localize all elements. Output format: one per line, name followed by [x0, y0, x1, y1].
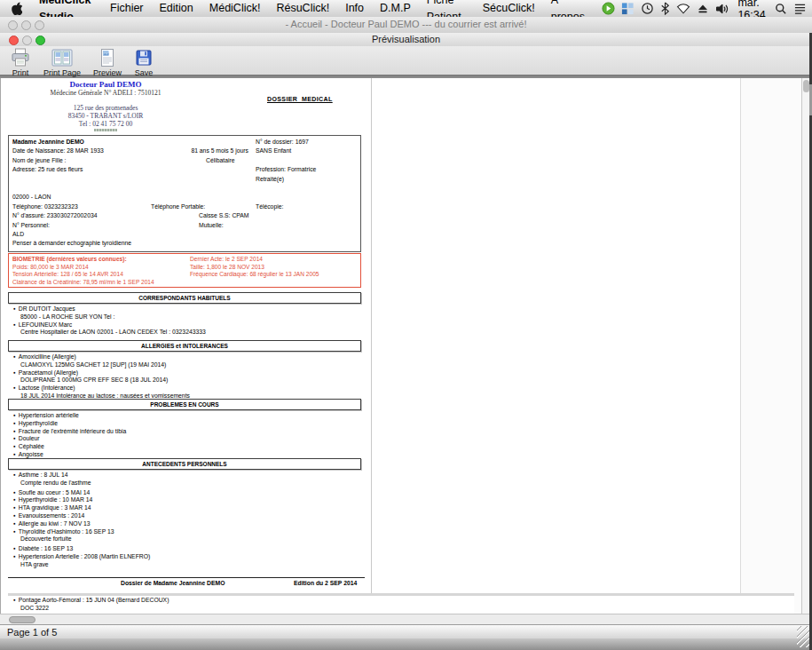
list-item: Hyperthyroïdie — [8, 420, 361, 428]
status-bar: Page 1 of 5 — [0, 624, 812, 638]
section-header: ANTECEDENTS PERSONNELS — [8, 458, 361, 470]
patient-fax-label: Télécopie: — [256, 202, 283, 211]
list-item: HTA gravidique : 3 MAR 14 — [8, 504, 361, 512]
time-machine-icon[interactable] — [641, 2, 654, 15]
list-item: Lactose (Intolérance) — [8, 384, 361, 392]
patient-caisse: Caisse S.S: CPAM — [199, 211, 249, 220]
menu-item-fichier[interactable]: Fichier — [102, 0, 152, 17]
list-subline: Centre Hospitalier de LAON 02001 - LAON … — [8, 329, 361, 337]
print-page-button-label: Print Page — [43, 68, 81, 77]
practitioner-address-2: 83450 - TRABANT s/LOIR — [17, 112, 194, 120]
menu-item-info[interactable]: Info — [337, 0, 372, 17]
menu-item-mediclick[interactable]: MédiClick! — [201, 0, 269, 17]
menu-item-edition[interactable]: Edition — [152, 0, 201, 17]
list-item: Hypertension artérielle — [8, 412, 361, 420]
list-subline: DOLIPRANE 1 000MG CPR EFF SEC 8 (18 JUL … — [8, 377, 361, 384]
footer-edition-date: Edition du 2 SEP 2014 — [294, 580, 357, 586]
horizontal-scrollbar[interactable] — [0, 614, 812, 624]
list-item: DR DUTOIT Jacques — [8, 305, 361, 313]
patient-profession: Profession: Formatrice — [256, 165, 316, 174]
horizontal-scrollbar-thumb[interactable] — [9, 616, 35, 623]
list-item: Pontage Aorto-Fémoral : 15 JUN 04 (Berna… — [8, 597, 370, 605]
menu-item-secuclick[interactable]: SécuClick! — [475, 0, 543, 17]
window-bottom-frame — [0, 638, 812, 650]
biometrie-last-act: Dernier Acte: le 2 SEP 2014 — [190, 256, 263, 264]
background-window-titlebar: - Accueil - Docteur Paul DEMO --- du cou… — [0, 17, 812, 34]
list-item: Paracétamol (Allergie) — [8, 369, 361, 377]
patient-ald: ALD — [12, 230, 24, 239]
next-page-content: Pontage Aorto-Fémoral : 15 JUN 04 (Berna… — [8, 597, 370, 614]
list-item: Evanouissements : 2014 — [8, 512, 361, 520]
notification-center-icon[interactable] — [793, 3, 807, 14]
volume-icon[interactable] — [715, 3, 729, 15]
practitioner-header: Docteur Paul DEMO Médecine Générale N° A… — [17, 80, 194, 131]
toolbar: Print Print Page Preview Save — [0, 46, 812, 76]
list-item: Allergie au kiwi : 7 NOV 13 — [8, 520, 361, 528]
patient-children: SANS Enfant — [256, 147, 291, 155]
section-1: ALLERGIES et INTOLERANCESAmoxicilline (A… — [8, 340, 361, 400]
spotlight-icon[interactable] — [775, 3, 787, 15]
apple-menu-icon[interactable] — [0, 2, 31, 15]
list-item: LEFOUINEUX Marc — [8, 321, 361, 329]
biometrie-weight: Poids: 80,000 le 3 MAR 2014 — [12, 264, 89, 272]
patient-box: Madame Jeannine DEMON° de dossier: 1697 … — [8, 135, 361, 252]
patient-dossier-number: N° de dossier: 1697 — [256, 138, 309, 147]
patient-personal-number-label: N° Personnel: — [12, 221, 50, 230]
section-2: PROBLEMES EN COURSHypertension artériell… — [8, 399, 361, 459]
list-subline: CLAMOXYL 125MG SACHET 12 [SUP] (19 MAI 2… — [8, 361, 361, 369]
preview-icon — [99, 48, 116, 67]
patient-mobile-label: Téléphone Portable: — [151, 202, 205, 211]
page-footer: Dossier de Madame Jeannine DEMO Edition … — [8, 577, 365, 589]
section-0: CORRESPONDANTS HABITUELSDR DUTOIT Jacque… — [8, 292, 361, 337]
patient-retired: Retraité(e) — [256, 175, 284, 184]
window-titlebar: Prévisualisation — [0, 33, 812, 47]
biometrie-box: BIOMETRIE (dernières valeurs connues):De… — [8, 253, 361, 288]
section-list: Asthme : 8 JUL 14Compte rendu de l'asthm… — [8, 472, 361, 569]
displays-icon[interactable] — [621, 2, 635, 15]
print-page-icon — [51, 48, 74, 67]
patient-mutuelle-label: Mutuelle: — [199, 221, 224, 230]
list-item: Fracture de l'extrémité inférieure du ti… — [8, 428, 361, 436]
practitioner-address-1: 125 rue des promenades — [17, 104, 194, 112]
section-list: DR DUTOIT Jacques85000 - LA ROCHE SUR YO… — [8, 305, 361, 337]
menu-item-dmp[interactable]: D.M.P — [372, 0, 419, 17]
preview-background — [741, 78, 801, 614]
preview-button[interactable]: Preview — [87, 46, 128, 77]
biometrie-blood-pressure: Tension Artérielle: 128 / 65 le 14 AVR 2… — [12, 271, 123, 279]
list-item: Amoxicilline (Allergie) — [8, 353, 361, 361]
resize-grip-icon[interactable] — [797, 626, 810, 647]
bluetooth-icon[interactable] — [660, 2, 670, 15]
window-title: Prévisualisation — [0, 33, 812, 46]
print-button[interactable]: Print — [4, 46, 37, 77]
vertical-scrollbar-thumb[interactable] — [803, 80, 809, 92]
eject-icon[interactable] — [697, 3, 709, 14]
patient-insured-number: N° d'assuré: 233030272002034 — [12, 211, 97, 220]
practitioner-tel: Tel : 02 41 75 72 00 — [17, 120, 194, 128]
section-3: ANTECEDENTS PERSONNELSAsthme : 8 JUL 14C… — [8, 458, 361, 569]
save-floppy-icon — [134, 48, 154, 67]
practitioner-name: Docteur Paul DEMO — [17, 80, 194, 89]
patient-note: Penser à demander echographie tyroidienn… — [12, 239, 131, 248]
list-item: Soufle au coeur : 5 MAI 14 — [8, 489, 361, 497]
preview-area: Docteur Paul DEMO Médecine Générale N° A… — [0, 78, 812, 614]
list-subline: DOC 3222 — [8, 605, 370, 613]
menu-item-resuclick[interactable]: RésuClick! — [268, 0, 337, 17]
practitioner-specialty: Médecine Générale N° ADELI : 7510121 — [17, 89, 194, 97]
section-header: CORRESPONDANTS HABITUELS — [8, 292, 361, 304]
save-button-label: Save — [135, 68, 154, 77]
patient-marital-status: Célibataire — [206, 156, 235, 165]
save-button[interactable]: Save — [128, 46, 160, 77]
list-subline: Compte rendu de l'asthme — [8, 480, 361, 488]
printer-icon — [10, 48, 31, 67]
list-item: Douleur — [8, 435, 361, 443]
list-item: Hypertension Arterielle : 2008 (Martin E… — [8, 553, 361, 561]
document-title: DOSSIER MEDICAL — [267, 96, 333, 102]
biometrie-creatinine: Clairance de la Créatinine: 78,95 ml/mn … — [12, 279, 154, 287]
wifi-icon[interactable] — [676, 3, 690, 14]
section-header: ALLERGIES et INTOLERANCES — [8, 340, 361, 352]
biometrie-title: BIOMETRIE (dernières valeurs connues): — [12, 256, 127, 264]
list-item: Hyperthyroidie : 10 MAR 14 — [8, 496, 361, 504]
screen-sharing-icon[interactable] — [602, 2, 615, 15]
micro-code — [94, 129, 117, 131]
print-page-button[interactable]: Print Page — [37, 46, 87, 77]
